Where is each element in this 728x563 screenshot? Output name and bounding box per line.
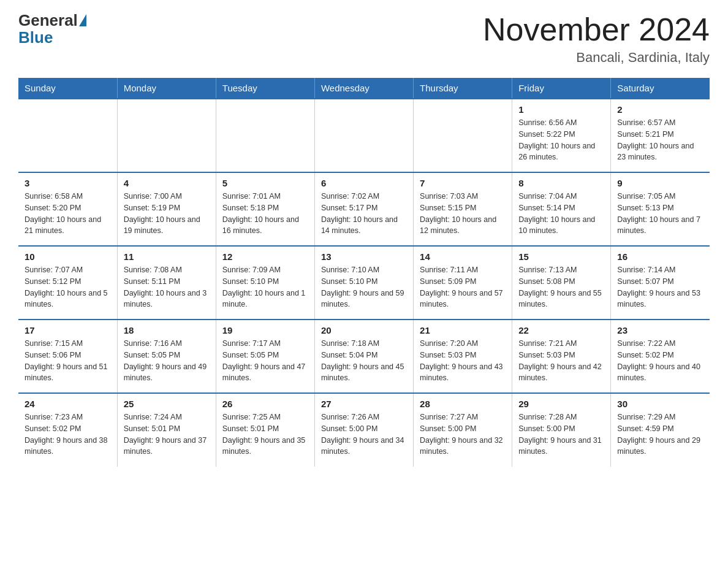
calendar-day-cell: 14Sunrise: 7:11 AMSunset: 5:09 PMDayligh… — [414, 246, 512, 320]
calendar-header-monday: Monday — [117, 78, 216, 99]
day-number: 21 — [420, 325, 506, 335]
day-number: 9 — [617, 178, 703, 188]
logo-general-text: General — [18, 12, 78, 28]
day-number: 11 — [124, 251, 210, 262]
day-number: 27 — [321, 399, 407, 409]
calendar-day-cell: 5Sunrise: 7:01 AMSunset: 5:18 PMDaylight… — [216, 172, 314, 246]
calendar-header-thursday: Thursday — [414, 78, 512, 99]
calendar-week-row: 10Sunrise: 7:07 AMSunset: 5:12 PMDayligh… — [18, 246, 710, 320]
calendar-day-cell: 10Sunrise: 7:07 AMSunset: 5:12 PMDayligh… — [18, 246, 117, 320]
calendar-day-cell: 24Sunrise: 7:23 AMSunset: 5:02 PMDayligh… — [18, 393, 117, 467]
day-info: Sunrise: 7:24 AMSunset: 5:01 PMDaylight:… — [124, 412, 210, 458]
calendar-day-cell: 3Sunrise: 6:58 AMSunset: 5:20 PMDaylight… — [18, 172, 117, 246]
day-info: Sunrise: 7:05 AMSunset: 5:13 PMDaylight:… — [617, 191, 703, 237]
day-number: 18 — [124, 325, 210, 335]
calendar-day-cell — [216, 99, 314, 172]
calendar-header-tuesday: Tuesday — [216, 78, 314, 99]
calendar-day-cell: 15Sunrise: 7:13 AMSunset: 5:08 PMDayligh… — [512, 246, 611, 320]
logo-blue-text: Blue — [18, 28, 53, 47]
location: Bancali, Sardinia, Italy — [483, 50, 710, 66]
day-number: 13 — [321, 251, 407, 262]
day-number: 7 — [420, 178, 506, 188]
day-info: Sunrise: 7:17 AMSunset: 5:05 PMDaylight:… — [222, 338, 308, 384]
day-number: 14 — [420, 251, 506, 262]
day-info: Sunrise: 7:13 AMSunset: 5:08 PMDaylight:… — [518, 264, 604, 310]
day-info: Sunrise: 7:01 AMSunset: 5:18 PMDaylight:… — [222, 191, 308, 237]
day-number: 17 — [25, 325, 111, 335]
day-number: 20 — [321, 325, 407, 335]
calendar-day-cell: 12Sunrise: 7:09 AMSunset: 5:10 PMDayligh… — [216, 246, 314, 320]
calendar-header-wednesday: Wednesday — [314, 78, 413, 99]
calendar-header-saturday: Saturday — [611, 78, 710, 99]
calendar-header-row: SundayMondayTuesdayWednesdayThursdayFrid… — [18, 78, 710, 99]
calendar-week-row: 3Sunrise: 6:58 AMSunset: 5:20 PMDaylight… — [18, 172, 710, 246]
day-number: 23 — [617, 325, 703, 335]
day-info: Sunrise: 6:57 AMSunset: 5:21 PMDaylight:… — [617, 117, 703, 163]
calendar-day-cell: 2Sunrise: 6:57 AMSunset: 5:21 PMDaylight… — [611, 99, 710, 172]
calendar-day-cell: 9Sunrise: 7:05 AMSunset: 5:13 PMDaylight… — [611, 172, 710, 246]
calendar-day-cell — [117, 99, 216, 172]
day-number: 19 — [222, 325, 308, 335]
day-number: 25 — [124, 399, 210, 409]
calendar-day-cell: 18Sunrise: 7:16 AMSunset: 5:05 PMDayligh… — [117, 320, 216, 393]
day-number: 16 — [617, 251, 703, 262]
day-info: Sunrise: 7:14 AMSunset: 5:07 PMDaylight:… — [617, 264, 703, 310]
day-info: Sunrise: 7:29 AMSunset: 4:59 PMDaylight:… — [617, 412, 703, 458]
day-number: 28 — [420, 399, 506, 409]
day-info: Sunrise: 7:26 AMSunset: 5:00 PMDaylight:… — [321, 412, 407, 458]
logo-triangle-icon — [79, 14, 86, 26]
day-number: 3 — [25, 178, 111, 188]
day-number: 8 — [518, 178, 604, 188]
calendar-day-cell: 27Sunrise: 7:26 AMSunset: 5:00 PMDayligh… — [314, 393, 413, 467]
day-info: Sunrise: 7:20 AMSunset: 5:03 PMDaylight:… — [420, 338, 506, 384]
month-title: November 2024 — [483, 12, 710, 47]
day-number: 24 — [25, 399, 111, 409]
day-info: Sunrise: 7:21 AMSunset: 5:03 PMDaylight:… — [518, 338, 604, 384]
calendar-header-friday: Friday — [512, 78, 611, 99]
calendar-day-cell: 19Sunrise: 7:17 AMSunset: 5:05 PMDayligh… — [216, 320, 314, 393]
calendar-day-cell: 8Sunrise: 7:04 AMSunset: 5:14 PMDaylight… — [512, 172, 611, 246]
day-info: Sunrise: 7:00 AMSunset: 5:19 PMDaylight:… — [124, 191, 210, 237]
calendar-day-cell: 17Sunrise: 7:15 AMSunset: 5:06 PMDayligh… — [18, 320, 117, 393]
calendar-day-cell: 7Sunrise: 7:03 AMSunset: 5:15 PMDaylight… — [414, 172, 512, 246]
calendar-day-cell: 26Sunrise: 7:25 AMSunset: 5:01 PMDayligh… — [216, 393, 314, 467]
calendar-day-cell: 21Sunrise: 7:20 AMSunset: 5:03 PMDayligh… — [414, 320, 512, 393]
day-number: 30 — [617, 399, 703, 409]
calendar-header-sunday: Sunday — [18, 78, 117, 99]
calendar-day-cell: 22Sunrise: 7:21 AMSunset: 5:03 PMDayligh… — [512, 320, 611, 393]
calendar-day-cell: 28Sunrise: 7:27 AMSunset: 5:00 PMDayligh… — [414, 393, 512, 467]
calendar-day-cell: 11Sunrise: 7:08 AMSunset: 5:11 PMDayligh… — [117, 246, 216, 320]
calendar-week-row: 24Sunrise: 7:23 AMSunset: 5:02 PMDayligh… — [18, 393, 710, 467]
day-number: 6 — [321, 178, 407, 188]
day-info: Sunrise: 7:09 AMSunset: 5:10 PMDaylight:… — [222, 264, 308, 310]
calendar-week-row: 17Sunrise: 7:15 AMSunset: 5:06 PMDayligh… — [18, 320, 710, 393]
logo: General Blue — [18, 12, 88, 47]
calendar-day-cell — [414, 99, 512, 172]
calendar-week-row: 1Sunrise: 6:56 AMSunset: 5:22 PMDaylight… — [18, 99, 710, 172]
day-number: 12 — [222, 251, 308, 262]
calendar-day-cell: 30Sunrise: 7:29 AMSunset: 4:59 PMDayligh… — [611, 393, 710, 467]
day-info: Sunrise: 7:02 AMSunset: 5:17 PMDaylight:… — [321, 191, 407, 237]
day-info: Sunrise: 7:27 AMSunset: 5:00 PMDaylight:… — [420, 412, 506, 458]
day-number: 1 — [518, 104, 604, 115]
day-info: Sunrise: 6:58 AMSunset: 5:20 PMDaylight:… — [25, 191, 111, 237]
day-info: Sunrise: 7:28 AMSunset: 5:00 PMDaylight:… — [518, 412, 604, 458]
day-info: Sunrise: 7:16 AMSunset: 5:05 PMDaylight:… — [124, 338, 210, 384]
day-number: 10 — [25, 251, 111, 262]
day-info: Sunrise: 7:11 AMSunset: 5:09 PMDaylight:… — [420, 264, 506, 310]
calendar-day-cell: 29Sunrise: 7:28 AMSunset: 5:00 PMDayligh… — [512, 393, 611, 467]
calendar-day-cell: 13Sunrise: 7:10 AMSunset: 5:10 PMDayligh… — [314, 246, 413, 320]
calendar-day-cell: 16Sunrise: 7:14 AMSunset: 5:07 PMDayligh… — [611, 246, 710, 320]
day-info: Sunrise: 6:56 AMSunset: 5:22 PMDaylight:… — [518, 117, 604, 163]
day-info: Sunrise: 7:07 AMSunset: 5:12 PMDaylight:… — [25, 264, 111, 310]
day-info: Sunrise: 7:18 AMSunset: 5:04 PMDaylight:… — [321, 338, 407, 384]
day-info: Sunrise: 7:08 AMSunset: 5:11 PMDaylight:… — [124, 264, 210, 310]
day-info: Sunrise: 7:15 AMSunset: 5:06 PMDaylight:… — [25, 338, 111, 384]
day-number: 29 — [518, 399, 604, 409]
calendar-day-cell: 1Sunrise: 6:56 AMSunset: 5:22 PMDaylight… — [512, 99, 611, 172]
calendar-day-cell — [314, 99, 413, 172]
day-info: Sunrise: 7:04 AMSunset: 5:14 PMDaylight:… — [518, 191, 604, 237]
calendar-day-cell: 4Sunrise: 7:00 AMSunset: 5:19 PMDaylight… — [117, 172, 216, 246]
day-info: Sunrise: 7:10 AMSunset: 5:10 PMDaylight:… — [321, 264, 407, 310]
header: General Blue November 2024 Bancali, Sard… — [18, 12, 710, 66]
